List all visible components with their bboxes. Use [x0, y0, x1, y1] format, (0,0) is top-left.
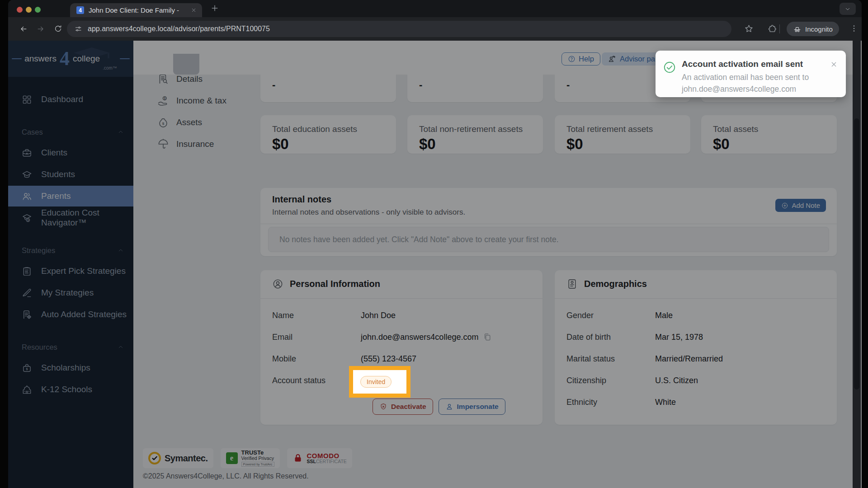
tutorial-highlight: Invited — [349, 366, 410, 398]
browser-window: 4 John Doe Client: Doe Family - app.answ… — [8, 0, 862, 488]
toolbar-separator — [779, 24, 780, 33]
browser-menu-icon[interactable] — [849, 24, 859, 33]
close-window-button[interactable] — [17, 7, 23, 13]
tutorial-dim-overlay — [8, 41, 862, 488]
tab-search-button[interactable] — [840, 3, 856, 15]
tab-close-icon[interactable] — [191, 7, 197, 13]
forward-button[interactable] — [36, 24, 45, 33]
toast-close-icon[interactable] — [830, 61, 838, 68]
account-status-badge: Invited — [360, 376, 392, 388]
reload-button[interactable] — [54, 24, 62, 33]
back-button[interactable] — [19, 24, 28, 33]
minimize-window-button[interactable] — [26, 7, 32, 13]
extensions-icon[interactable] — [768, 24, 777, 33]
url-text: app.answers4college.local/advisor/parent… — [88, 25, 270, 33]
incognito-badge: Incognito — [787, 22, 839, 36]
page-viewport: Help Advisor panel Details$Income & tax$… — [8, 41, 862, 488]
incognito-label: Incognito — [805, 25, 833, 33]
toast-notification: Account activation email sent An activat… — [656, 51, 846, 97]
address-bar[interactable]: app.answers4college.local/advisor/parent… — [67, 21, 731, 37]
site-settings-icon[interactable] — [74, 25, 82, 33]
tab-title: John Doe Client: Doe Family - — [89, 6, 186, 14]
browser-tab[interactable]: 4 John Doe Client: Doe Family - — [70, 3, 202, 17]
screenshot-root: 4 John Doe Client: Doe Family - app.answ… — [0, 0, 868, 488]
zoom-window-button[interactable] — [35, 7, 41, 13]
bookmark-star-icon[interactable] — [744, 24, 754, 33]
toast-title: Account activation email sent — [682, 59, 803, 69]
check-circle-icon — [663, 61, 676, 74]
new-tab-button[interactable] — [210, 4, 219, 13]
browser-toolbar: app.answers4college.local/advisor/parent… — [8, 17, 862, 41]
chevron-down-icon — [844, 5, 851, 13]
tab-strip: 4 John Doe Client: Doe Family - — [8, 0, 862, 17]
tab-favicon: 4 — [76, 6, 84, 14]
incognito-icon — [793, 25, 802, 33]
toast-message: An activation email has been sent to joh… — [682, 71, 826, 95]
